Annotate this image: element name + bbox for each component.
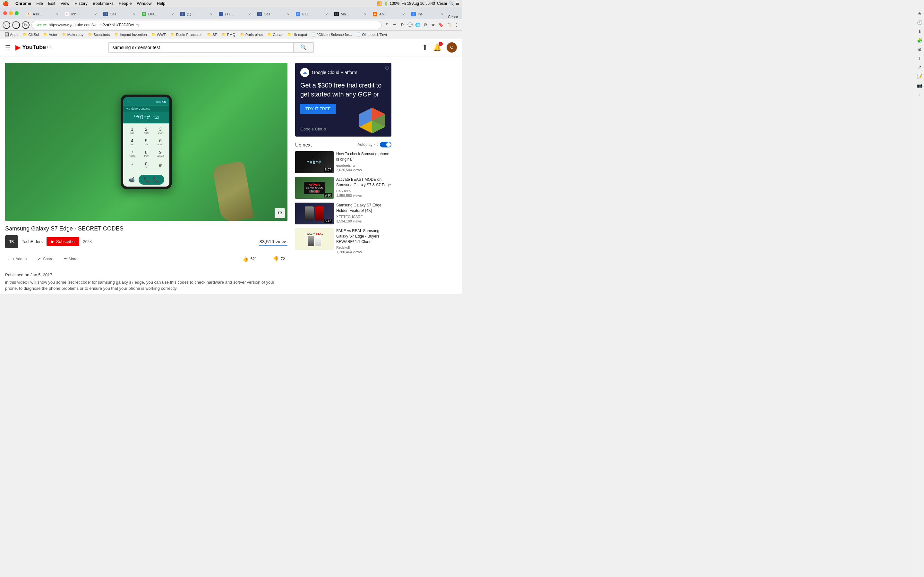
notification-icon-mac[interactable]: ☰ bbox=[456, 1, 459, 6]
tab-1[interactable]: AAss...× bbox=[23, 9, 61, 19]
menubar-right: 📶 🔋 100% Fri 18 Aug 16:56:40 Cesar 🔍 ☰ bbox=[377, 1, 459, 6]
bookmark-hk[interactable]: 📁 Hk expat bbox=[285, 32, 309, 37]
doc-icon-2: 📄 bbox=[357, 32, 361, 37]
tab-github[interactable]: ⬡Ma...× bbox=[331, 9, 370, 19]
channel-badge: TR bbox=[275, 208, 285, 218]
next-info-1: How To check Samsung phone is original e… bbox=[336, 151, 391, 173]
like-button[interactable]: 👍 521 bbox=[240, 255, 260, 263]
hamburger-menu-icon[interactable]: ☰ bbox=[5, 44, 10, 51]
bookmarks-menu[interactable]: Bookmarks bbox=[90, 1, 116, 6]
bookmark-impact-invention[interactable]: 📁 Impact Invention bbox=[112, 32, 149, 37]
file-menu[interactable]: File bbox=[34, 1, 45, 6]
bookmark-makerbay[interactable]: 📁 Makerbay bbox=[60, 32, 86, 37]
search-input[interactable] bbox=[108, 42, 293, 53]
duration-1: 5:07 bbox=[324, 168, 333, 172]
next-video-3[interactable]: 5:42 Samsung Galaxy S7 Edge Hidden Featu… bbox=[295, 203, 391, 224]
chrome-menu[interactable]: Chrome bbox=[13, 1, 34, 6]
tab-gmail[interactable]: MInb...× bbox=[61, 9, 100, 19]
search-button[interactable]: 🔍 bbox=[293, 42, 314, 53]
hand-illustration bbox=[212, 161, 254, 221]
tab-an[interactable]: BAn...× bbox=[370, 9, 408, 19]
next-views-4: 1,280,464 views bbox=[336, 250, 391, 254]
tab-18-1[interactable]: 18Ces...× bbox=[100, 9, 139, 19]
reload-button[interactable]: ↻ bbox=[22, 21, 29, 29]
maximize-button[interactable] bbox=[15, 11, 19, 15]
notifications-button[interactable]: 🔔 3 bbox=[433, 43, 441, 52]
next-video-4[interactable]: FAKE vs REAL FAKE vs REAL Samsung Gal bbox=[295, 228, 391, 254]
edit-menu[interactable]: Edit bbox=[45, 1, 58, 6]
ext1-icon[interactable]: 🌐 bbox=[415, 22, 421, 28]
keypad-row-2: 4GHI 5JKL 6MNO bbox=[125, 137, 168, 147]
tab-del[interactable]: DDel...× bbox=[139, 9, 177, 19]
view-menu[interactable]: View bbox=[58, 1, 72, 6]
pinterest-icon[interactable]: P bbox=[399, 22, 405, 28]
ext3-icon[interactable]: ★ bbox=[430, 22, 436, 28]
call-icon-2: 📞 bbox=[153, 177, 159, 183]
ad-info-button[interactable]: ⓘ bbox=[385, 65, 389, 71]
bookmark-citizen[interactable]: 📄 "Citizen Science for... bbox=[310, 32, 354, 37]
ad-cta-button[interactable]: TRY IT FREE bbox=[300, 104, 336, 114]
next-video-2[interactable]: Activate BEAST MODE ON 9:10 Activate BEA… bbox=[295, 177, 391, 199]
bookmark-star[interactable]: ☆ bbox=[136, 23, 140, 27]
tab-eci[interactable]: EECi...× bbox=[292, 9, 331, 19]
window-menu[interactable]: Window bbox=[134, 1, 154, 6]
autoplay-toggle[interactable] bbox=[380, 142, 391, 147]
bookmark-oh[interactable]: 📄 OH pour L'Envt bbox=[355, 32, 389, 37]
ext4-icon[interactable]: 🔖 bbox=[438, 22, 444, 28]
forward-button[interactable]: → bbox=[12, 21, 20, 29]
back-button[interactable]: ← bbox=[3, 21, 10, 29]
bookmark-wwf[interactable]: 📁 WWF bbox=[150, 32, 168, 37]
history-menu[interactable]: History bbox=[72, 1, 90, 6]
folder-icon: 📁 bbox=[88, 32, 92, 37]
bookmark-citisci[interactable]: 📁 CitiSci bbox=[21, 32, 41, 37]
people-menu[interactable]: People bbox=[116, 1, 134, 6]
chrome-menu-icon[interactable]: ⋮ bbox=[453, 22, 459, 28]
gchat-icon[interactable]: 💬 bbox=[407, 22, 413, 28]
youtube-logo-text: YouTube bbox=[22, 44, 46, 51]
bookmarks-bar: 🔲 Apps 📁 CitiSci 📁 Aster 📁 Makerbay 📁 Sc… bbox=[0, 31, 462, 39]
more-button[interactable]: ••• More bbox=[61, 255, 80, 263]
close-button[interactable] bbox=[3, 11, 7, 15]
skype-icon[interactable]: S bbox=[384, 22, 390, 28]
bookmark-ecole[interactable]: 📁 Ecole Francaise bbox=[168, 32, 204, 37]
next-title-4: FAKE vs REAL Samsung Galaxy S7 Edge - Bu… bbox=[336, 228, 391, 244]
bookmark-hk-label: Hk expat bbox=[292, 33, 307, 37]
channel-name[interactable]: TechRiders bbox=[22, 239, 43, 244]
bookmark-aster[interactable]: 📁 Aster bbox=[41, 32, 59, 37]
tab-insi[interactable]: IInsi...× bbox=[408, 9, 444, 19]
tab-fb2[interactable]: f(1) ...× bbox=[216, 9, 254, 19]
tab-18-2[interactable]: 18Ces...× bbox=[254, 9, 292, 19]
ext5-icon[interactable]: 📋 bbox=[445, 22, 452, 28]
bookmark-pmq[interactable]: 📁 PMQ bbox=[220, 32, 237, 37]
video-player[interactable]: ← MORE + Add to Contacts *#0*# ⌫ bbox=[5, 63, 288, 221]
eyedropper-icon[interactable]: ✒ bbox=[391, 22, 398, 28]
tab-fb1[interactable]: f(1) ...× bbox=[177, 9, 216, 19]
bookmark-paris[interactable]: 📁 Paris pihet bbox=[238, 32, 265, 37]
like-count: 521 bbox=[250, 257, 257, 261]
youtube-logo[interactable]: ▶ YouTube HK bbox=[15, 44, 52, 51]
ext2-icon[interactable]: ⚙ bbox=[422, 22, 429, 28]
add-to-button[interactable]: + + Add to bbox=[5, 255, 29, 263]
profile-button[interactable]: Cesar bbox=[444, 15, 462, 19]
key-7: 7PQRS bbox=[126, 148, 138, 159]
user-avatar[interactable]: C bbox=[447, 42, 457, 53]
ad-logo-text: Google Cloud Platform bbox=[312, 70, 357, 75]
share-button[interactable]: ↗ Share bbox=[34, 255, 56, 263]
upload-button[interactable]: ⬆ bbox=[422, 43, 428, 52]
url-box[interactable]: Secure https://www.youtube.com/watch?v=Y… bbox=[31, 21, 382, 29]
dislike-button[interactable]: 👎 72 bbox=[270, 255, 288, 263]
bookmark-cesar[interactable]: 📁 Cesar bbox=[265, 32, 284, 37]
autoplay-info-icon[interactable]: ⓘ bbox=[375, 142, 378, 147]
apple-menu[interactable]: 🍎 bbox=[3, 0, 9, 6]
bookmark-sf[interactable]: 📁 SF bbox=[205, 32, 219, 37]
help-menu[interactable]: Help bbox=[154, 1, 168, 6]
bookmark-apps[interactable]: 🔲 Apps bbox=[3, 32, 20, 37]
next-title-1: How To check Samsung phone is original bbox=[336, 151, 391, 162]
subscribe-button[interactable]: ▶ Subscribe bbox=[47, 237, 79, 246]
next-video-1[interactable]: *#0*# 5:07 How To check Samsung phone is… bbox=[295, 151, 391, 173]
search-icon-mac[interactable]: 🔍 bbox=[449, 1, 454, 6]
bookmark-scoutbots[interactable]: 📁 Scoutbots bbox=[86, 32, 111, 37]
video-inner: ← MORE + Add to Contacts *#0*# ⌫ bbox=[5, 63, 288, 221]
channel-avatar[interactable]: TR bbox=[5, 235, 18, 248]
minimize-button[interactable] bbox=[9, 11, 13, 15]
